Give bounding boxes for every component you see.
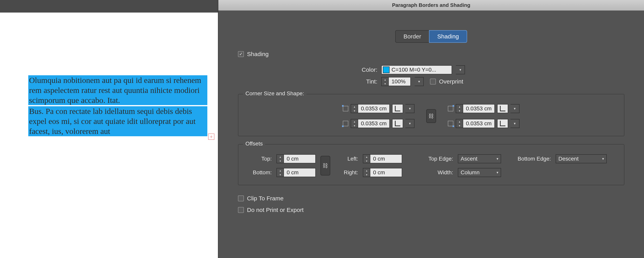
checkbox-icon [238, 207, 244, 213]
stepper-buttons[interactable]: ▴▾ [456, 105, 463, 113]
overset-indicator[interactable]: + [208, 133, 214, 140]
chevron-down-icon: ▾ [418, 79, 420, 84]
chevron-down-icon: ▾ [496, 157, 498, 161]
corner-tr-shape-dd[interactable]: ▾ [510, 104, 520, 113]
tint-dropdown-button[interactable]: ▾ [415, 77, 424, 86]
offset-top-value: 0 cm [284, 156, 306, 162]
corner-br-icon [448, 121, 453, 126]
color-swatch-icon [383, 66, 390, 73]
top-edge-value: Ascent [460, 156, 478, 162]
corner-bl-icon [343, 121, 348, 126]
offset-left-label: Left: [334, 156, 358, 162]
offset-right-value: 0 cm [370, 169, 392, 176]
bottom-edge-value: Descent [558, 156, 578, 162]
corner-tl-icon [343, 106, 348, 111]
tint-stepper[interactable]: ▴▾ 100% [381, 77, 411, 86]
stepper-buttons[interactable]: ▴▾ [382, 77, 389, 86]
color-dropdown-button[interactable]: ▾ [456, 65, 465, 74]
corner-bl-shape-dd[interactable]: ▾ [406, 119, 414, 128]
corner-tr-icon [448, 106, 453, 111]
corner-shape-icon [395, 121, 400, 126]
color-select[interactable]: C=100 M=0 Y=0... [381, 65, 452, 74]
corner-legend: Corner Size and Shape: [243, 90, 306, 97]
corner-tr-value: 0.0353 cm [463, 106, 494, 112]
offsets-legend: Offsets [243, 140, 265, 147]
clip-to-frame-checkbox[interactable]: Clip To Frame [238, 195, 284, 202]
corner-tl-value: 0.0353 cm [358, 106, 389, 112]
chevron-down-icon: ▾ [409, 121, 411, 126]
corner-shape-icon [395, 106, 400, 111]
corner-tl-stepper[interactable]: ▴▾ 0.0353 cm [351, 104, 390, 113]
link-offsets-button[interactable]: ⛓ [320, 156, 330, 175]
chevron-down-icon: ▾ [460, 68, 461, 72]
corner-bl-stepper[interactable]: ▴▾ 0.0353 cm [351, 119, 390, 128]
corner-tl-shape[interactable] [392, 104, 403, 113]
stepper-buttons[interactable]: ▴▾ [363, 155, 370, 163]
width-select[interactable]: Column ▾ [458, 168, 501, 177]
corner-tr-shape[interactable] [497, 104, 508, 113]
corner-br-value: 0.0353 cm [463, 120, 494, 127]
paragraph-shaded[interactable]: Olumquia nobitionem aut pa qui id earum … [28, 75, 207, 105]
stepper-buttons[interactable]: ▴▾ [363, 168, 370, 177]
top-edge-label: Top Edge: [418, 156, 453, 162]
do-not-print-label: Do not Print or Export [247, 207, 304, 213]
stepper-buttons[interactable]: ▴▾ [351, 119, 358, 128]
paragraph-shaded[interactable]: Bus. Pa con rectate lab idellatum sequi … [28, 106, 207, 136]
offset-top-stepper[interactable]: ▴▾ 0 cm [276, 154, 316, 163]
tint-value: 100% [389, 78, 410, 85]
offset-left-value: 0 cm [370, 156, 392, 162]
overprint-label: Overprint [439, 78, 463, 85]
stepper-buttons[interactable]: ▴▾ [277, 168, 284, 177]
corner-tr-stepper[interactable]: ▴▾ 0.0353 cm [456, 104, 495, 113]
offset-bottom-stepper[interactable]: ▴▾ 0 cm [276, 168, 316, 177]
chevron-down-icon: ▾ [496, 170, 498, 175]
document-canvas: Olumquia nobitionem aut pa qui id earum … [0, 12, 218, 258]
corner-bl-shape[interactable] [392, 119, 403, 128]
top-edge-select[interactable]: Ascent ▾ [458, 154, 501, 163]
offset-bottom-value: 0 cm [284, 169, 306, 176]
corner-tl-shape-dd[interactable]: ▾ [406, 104, 414, 113]
width-label: Width: [418, 169, 453, 176]
color-label: Color: [356, 66, 377, 73]
bottom-edge-select[interactable]: Descent ▾ [556, 154, 607, 163]
shading-checkbox-label: Shading [247, 51, 268, 57]
text-frame[interactable]: Olumquia nobitionem aut pa qui id earum … [28, 75, 207, 137]
corner-br-stepper[interactable]: ▴▾ 0.0353 cm [456, 119, 495, 128]
offset-top-label: Top: [246, 156, 272, 162]
corner-fieldset: Corner Size and Shape: ▴▾ 0.0353 cm ▾ ⛓ … [238, 94, 624, 136]
chevron-down-icon: ▾ [409, 107, 411, 111]
corner-shape-icon [500, 106, 506, 111]
checkbox-icon [238, 51, 244, 57]
color-value: C=100 M=0 Y=0... [392, 67, 436, 73]
offset-bottom-label: Bottom: [246, 169, 272, 176]
stepper-buttons[interactable]: ▴▾ [351, 105, 358, 113]
chevron-down-icon: ▾ [514, 107, 516, 111]
corner-shape-icon [500, 121, 506, 126]
offsets-fieldset: Offsets Top: ▴▾ 0 cm ⛓ Left: ▴▾ 0 cm Bot… [238, 144, 624, 185]
shading-checkbox[interactable]: Shading [238, 51, 268, 57]
corner-bl-value: 0.0353 cm [358, 120, 389, 127]
clip-to-frame-label: Clip To Frame [247, 195, 284, 202]
dialog-title: Paragraph Borders and Shading [218, 0, 644, 10]
offset-left-stepper[interactable]: ▴▾ 0 cm [363, 154, 402, 163]
link-corners-button[interactable]: ⛓ [426, 109, 436, 123]
chevron-down-icon: ▾ [514, 121, 516, 126]
width-value: Column [460, 169, 480, 176]
overprint-checkbox[interactable]: Overprint [430, 78, 463, 85]
tab-shading[interactable]: Shading [429, 30, 467, 43]
tab-border[interactable]: Border [395, 30, 429, 43]
bottom-edge-label: Bottom Edge: [506, 156, 551, 162]
corner-br-shape[interactable] [497, 119, 508, 128]
tint-label: Tint: [356, 78, 377, 85]
corner-br-shape-dd[interactable]: ▾ [510, 119, 520, 128]
checkbox-icon [238, 195, 244, 201]
do-not-print-checkbox[interactable]: Do not Print or Export [238, 207, 304, 213]
tab-bar: Border Shading [218, 30, 644, 43]
checkbox-icon [430, 79, 436, 85]
paragraph-borders-shading-dialog: Paragraph Borders and Shading Border Sha… [218, 0, 644, 258]
chevron-down-icon: ▾ [602, 157, 604, 161]
stepper-buttons[interactable]: ▴▾ [277, 155, 284, 163]
offset-right-stepper[interactable]: ▴▾ 0 cm [363, 168, 402, 177]
offset-right-label: Right: [334, 169, 358, 176]
stepper-buttons[interactable]: ▴▾ [456, 119, 463, 128]
